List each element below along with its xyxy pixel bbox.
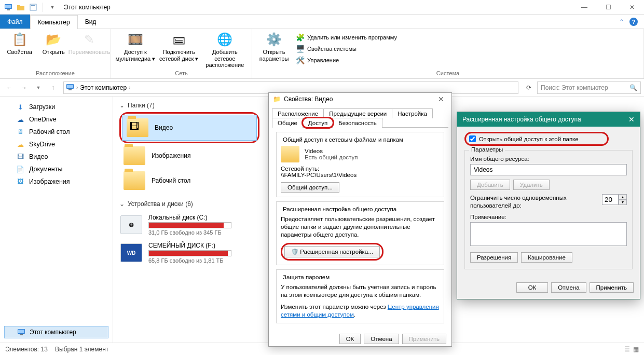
nav-up[interactable]: ↑ bbox=[47, 81, 59, 94]
ribbon-uninstall[interactable]: 🧩Удалить или изменить программу bbox=[294, 32, 399, 43]
sidebar-item-onedrive[interactable]: ☁OneDrive bbox=[2, 113, 111, 126]
tab-file[interactable]: Файл bbox=[0, 15, 30, 29]
spin-up-icon[interactable]: ▲ bbox=[619, 194, 627, 200]
folder-pictures[interactable]: Изображения bbox=[119, 143, 254, 168]
note-label: Примечание: bbox=[470, 214, 627, 220]
ribbon-open[interactable]: 📂Открыть bbox=[37, 31, 71, 56]
sidebar-item-documents[interactable]: 📄Документы bbox=[2, 163, 111, 175]
help-icon[interactable]: ? bbox=[629, 18, 638, 26]
limit-input[interactable] bbox=[602, 194, 619, 205]
close-button[interactable]: ✕ bbox=[620, 0, 644, 15]
minimize-button[interactable]: — bbox=[572, 0, 596, 15]
ribbon-add-network[interactable]: 🌐Добавить сетевое расположение bbox=[201, 31, 249, 69]
sidebar-item-skydrive[interactable]: ☁SkyDrive bbox=[2, 138, 111, 151]
disk-icon: ⛁ bbox=[120, 215, 142, 234]
ribbon-manage[interactable]: 🛠️Управление bbox=[294, 55, 399, 65]
ribbon-open-settings[interactable]: ⚙️Открыть параметры bbox=[255, 31, 293, 62]
folder-video[interactable]: 🎞 Видео bbox=[122, 115, 257, 141]
dialog-properties-title: 📁 Свойства: Видео ✕ bbox=[269, 93, 451, 105]
prop-tab-setup[interactable]: Настройка bbox=[392, 108, 433, 118]
caching-button[interactable]: Кэширование bbox=[521, 252, 572, 263]
prop-apply-button: Применить bbox=[402, 334, 446, 344]
nav-history[interactable]: ▼ bbox=[32, 81, 45, 94]
svg-rect-6 bbox=[67, 85, 73, 88]
folder-icon bbox=[124, 146, 145, 165]
ribbon-tabs: Файл Компьютер Вид ⌃ ? bbox=[0, 15, 644, 29]
group-location-label: Расположение bbox=[0, 69, 111, 78]
search-placeholder: Поиск: Этот компьютер bbox=[541, 84, 608, 91]
props-qat-icon[interactable] bbox=[28, 2, 38, 12]
prop-tab-access[interactable]: Доступ bbox=[303, 118, 333, 128]
resource-name-input[interactable] bbox=[470, 164, 627, 175]
adv-desc: Предоставляет пользовательские разрешени… bbox=[281, 215, 440, 239]
svg-rect-7 bbox=[68, 89, 72, 90]
dialog-properties-close[interactable]: ✕ bbox=[435, 95, 447, 103]
folder-icon: 📁 bbox=[273, 95, 281, 103]
drive-c[interactable]: ⛁ Локальный диск (C:) 31,0 ГБ свободно и… bbox=[119, 211, 265, 239]
monitor-icon bbox=[17, 329, 25, 336]
prop-tab-security[interactable]: Безопасность bbox=[333, 118, 382, 128]
titlebar: ▼ Этот компьютер — ☐ ✕ bbox=[0, 0, 644, 15]
adv-cancel-button[interactable]: Отмена bbox=[551, 282, 586, 293]
status-count: Элементов: 13 bbox=[5, 346, 48, 353]
ribbon-collapse-icon[interactable]: ⌃ bbox=[619, 18, 624, 25]
folder-icon[interactable] bbox=[16, 2, 26, 12]
sidebar-item-desktop[interactable]: 🖥Рабочий стол bbox=[2, 126, 111, 138]
shield-icon: 🛡️ bbox=[291, 249, 298, 255]
svg-rect-2 bbox=[7, 9, 10, 10]
sidebar-item-pictures[interactable]: 🖼Изображения bbox=[2, 175, 111, 188]
folder-icon bbox=[124, 171, 145, 190]
prop-cancel-button[interactable]: Отмена bbox=[364, 334, 399, 344]
sidebar-item-downloads[interactable]: ⬇Загрузки bbox=[2, 101, 111, 113]
sidebar-item-video[interactable]: 🎞Видео bbox=[2, 151, 111, 163]
prop-tab-prev[interactable]: Предыдущие версии bbox=[323, 108, 392, 118]
view-tiles-icon[interactable]: ▦ bbox=[633, 346, 639, 353]
breadcrumb[interactable]: › Этот компьютер › bbox=[63, 81, 518, 94]
svg-rect-1 bbox=[5, 5, 11, 8]
prop-ok-button[interactable]: ОК bbox=[339, 334, 361, 344]
ribbon-media-access[interactable]: 🎞️Доступ к мультимедиа ▾ bbox=[114, 31, 157, 62]
prop-tab-general[interactable]: Общие bbox=[272, 118, 303, 128]
ribbon-sysprops[interactable]: 🖥️Свойства системы bbox=[294, 44, 399, 54]
adv-ok-button[interactable]: ОК bbox=[516, 282, 549, 293]
permissions-button[interactable]: Разрешения bbox=[470, 252, 518, 263]
qat-dropdown-icon[interactable]: ▼ bbox=[47, 2, 58, 12]
svg-rect-9 bbox=[18, 330, 24, 333]
prop-tab-location[interactable]: Расположение bbox=[272, 108, 324, 118]
ribbon: 📋Свойства 📂Открыть ✎Переименовать Распол… bbox=[0, 29, 644, 79]
shared-name: Videos bbox=[305, 148, 358, 154]
pwd-desc: У пользователей должны быть учетная запи… bbox=[281, 283, 440, 299]
note-textarea[interactable] bbox=[470, 222, 627, 246]
svg-rect-4 bbox=[31, 5, 35, 6]
remove-button: Удалить bbox=[513, 180, 550, 190]
folder-desktop[interactable]: Рабочий стол bbox=[119, 168, 254, 193]
disk-icon: WD bbox=[120, 243, 142, 262]
adv-apply-button[interactable]: Применить bbox=[590, 282, 634, 293]
tab-view[interactable]: Вид bbox=[78, 15, 104, 29]
folder-icon: 🎞 bbox=[127, 118, 148, 137]
drive-f[interactable]: WD СЕМЕЙНЫЙ ДИСК (F:) 65,8 ГБ свободно и… bbox=[119, 239, 265, 267]
ribbon-properties[interactable]: 📋Свойства bbox=[3, 31, 36, 56]
advanced-sharing-button[interactable]: 🛡️ Расширенная настройка... bbox=[284, 246, 380, 257]
add-button: Добавить bbox=[470, 180, 510, 190]
thispc-icon bbox=[3, 2, 13, 12]
nav-forward[interactable]: → bbox=[18, 81, 30, 94]
share-folder-checkbox[interactable] bbox=[469, 135, 476, 142]
limit-spinner[interactable]: ▲▼ bbox=[602, 194, 627, 205]
search-input[interactable]: Поиск: Этот компьютер 🔍 bbox=[537, 81, 641, 94]
svg-rect-10 bbox=[20, 334, 23, 335]
maximize-button[interactable]: ☐ bbox=[596, 0, 620, 15]
share-folder-checkbox-row[interactable]: Открыть общий доступ к этой папке bbox=[464, 132, 609, 146]
share-button[interactable]: Общий доступ... bbox=[281, 182, 339, 193]
nav-back[interactable]: ← bbox=[3, 81, 16, 94]
ribbon-rename: ✎Переименовать bbox=[71, 31, 107, 56]
tab-computer[interactable]: Компьютер bbox=[30, 15, 78, 29]
spin-down-icon[interactable]: ▼ bbox=[619, 200, 627, 206]
breadcrumb-text: Этот компьютер bbox=[80, 84, 127, 91]
adv-title: Расширенная настройка общего доступа bbox=[462, 116, 581, 123]
sidebar-item-thispc[interactable]: Этот компьютер bbox=[4, 326, 108, 338]
adv-close-button[interactable]: ✕ bbox=[628, 115, 635, 124]
view-details-icon[interactable]: ☰ bbox=[624, 346, 630, 353]
ribbon-map-drive[interactable]: 🖴Подключить сетевой диск ▾ bbox=[158, 31, 200, 62]
nav-refresh[interactable]: ⟳ bbox=[523, 81, 535, 94]
